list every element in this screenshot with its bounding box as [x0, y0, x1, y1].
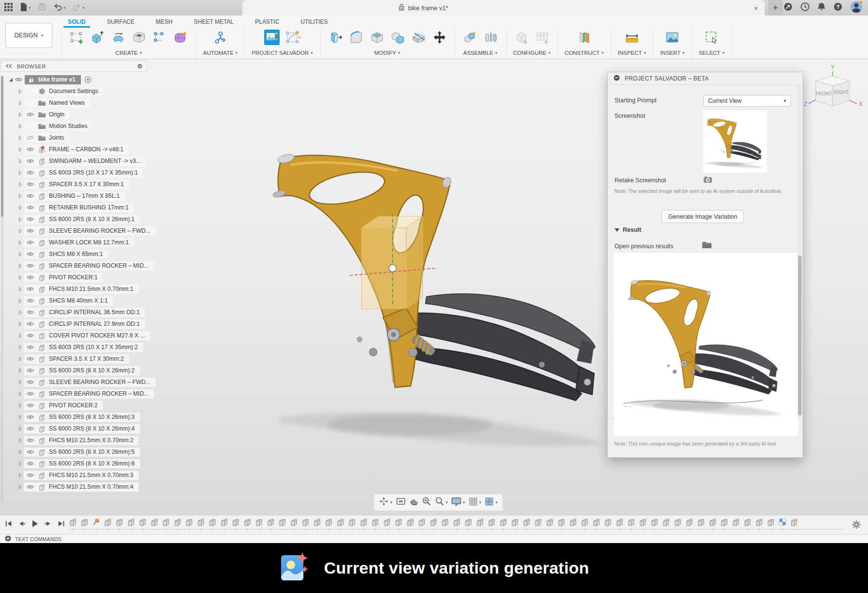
timeline-feature-plain[interactable] — [488, 518, 496, 532]
collapse-panel-icon[interactable] — [5, 64, 13, 69]
timeline-feature-sparkle[interactable] — [615, 518, 624, 532]
expander-icon[interactable] — [16, 228, 24, 234]
expander-icon[interactable] — [16, 321, 24, 327]
expander-icon[interactable] — [16, 89, 24, 94]
folder-icon[interactable] — [702, 241, 712, 251]
timeline-feature-plain[interactable] — [301, 518, 310, 532]
timeline-feature-sparkle[interactable] — [453, 518, 461, 532]
look-at-button[interactable] — [396, 497, 406, 508]
timeline-feature-sparkle[interactable] — [174, 518, 182, 532]
eye-icon[interactable] — [26, 368, 35, 373]
browser-tree-row[interactable]: SS 6000 2RS (8 X 10 X 26mm):6 — [0, 458, 147, 469]
expander-icon[interactable] — [16, 426, 24, 432]
timeline-feature-plain[interactable] — [348, 518, 356, 532]
viewports-button[interactable]: ▾ — [485, 497, 498, 508]
timeline-feature-plain[interactable] — [232, 518, 240, 532]
timeline-feature-plain[interactable] — [208, 518, 217, 532]
eye-icon[interactable] — [14, 77, 23, 82]
step-back-button[interactable] — [18, 520, 26, 527]
generate-image-variation-button[interactable]: Generate Image Variation — [662, 210, 744, 223]
eye-icon[interactable] — [26, 414, 35, 420]
browser-tree-row[interactable]: FHCS M10 21.5mm X 0.70mm:2 — [0, 434, 147, 446]
browser-tree-row[interactable]: SPACER 3.5 X 17 X 30mm:1 — [0, 178, 147, 190]
file-new-button[interactable]: ▾ — [20, 2, 31, 14]
timeline-feature-plain[interactable] — [743, 518, 752, 532]
skip-start-button[interactable] — [5, 520, 13, 527]
timeline-feature-sparkle[interactable] — [69, 518, 77, 532]
eye-icon[interactable] — [26, 321, 35, 327]
expander-icon[interactable] — [16, 333, 24, 338]
panel-header[interactable]: PROJECT SALVADOR – BETA — [608, 72, 803, 85]
timeline-feature-plain[interactable] — [395, 518, 403, 532]
timeline-feature-sparkle[interactable] — [732, 518, 740, 532]
eye-icon[interactable] — [26, 402, 35, 408]
eye-icon[interactable] — [26, 449, 35, 455]
browser-tree-row[interactable]: Document Settings — [0, 85, 147, 97]
eye-icon[interactable] — [26, 228, 35, 234]
expander-icon[interactable] — [16, 287, 24, 292]
expander-icon[interactable] — [16, 170, 24, 176]
browser-tree-row[interactable]: FRAME – CARBON -> v48:1 — [0, 144, 147, 155]
timeline-feature-sparkle[interactable] — [220, 518, 228, 532]
root-expander-icon[interactable] — [7, 77, 14, 82]
fit-button[interactable]: ▾ — [435, 497, 448, 508]
expander-icon[interactable] — [16, 263, 24, 269]
group-label-create[interactable]: CREATE▾ — [115, 48, 142, 57]
browser-tree-row[interactable]: Motion Studies — [0, 120, 147, 132]
browser-tree-row[interactable]: SS 6000 2RS (8 X 10 X 26mm):3 — [0, 411, 147, 423]
timeline-feature-sparkle[interactable] — [685, 518, 694, 532]
browser-tree-row[interactable]: PIVOT ROCKER:1 — [0, 272, 147, 283]
timeline-feature-plain[interactable] — [604, 518, 612, 532]
expander-icon[interactable] — [16, 182, 24, 187]
expander-icon[interactable] — [16, 438, 24, 443]
expander-icon[interactable] — [16, 205, 24, 210]
eye-icon[interactable] — [26, 205, 35, 210]
timeline-feature-sparkle[interactable] — [755, 518, 763, 532]
text-commands-toggle-icon[interactable] — [5, 535, 11, 543]
browser-tree-row[interactable]: Origin — [0, 109, 147, 120]
browser-tree-row[interactable]: CIRCLIP INTERNAL 27.9mm OD:1 — [0, 318, 147, 330]
browser-header[interactable]: BROWSER — [0, 61, 147, 72]
timeline-feature-sparkle[interactable] — [104, 518, 112, 532]
expander-icon[interactable] — [16, 147, 24, 152]
timeline-feature-plain[interactable] — [674, 518, 682, 532]
eye-icon[interactable] — [26, 379, 35, 385]
skip-end-button[interactable] — [57, 520, 65, 527]
expander-icon[interactable] — [16, 252, 24, 257]
browser-root-row[interactable]: bike frame v1 — [0, 74, 147, 85]
browser-tree-row[interactable]: Joints — [0, 132, 147, 144]
timeline-feature-plain[interactable] — [511, 518, 519, 532]
new-component-tool-button[interactable] — [462, 30, 478, 47]
expander-icon[interactable] — [16, 217, 24, 222]
split-tool-button[interactable] — [410, 30, 427, 47]
timeline-feature-sparkle[interactable] — [313, 518, 321, 532]
timeline-feature-sparkle[interactable] — [569, 518, 577, 532]
expander-icon[interactable] — [16, 484, 24, 490]
help-icon[interactable]: ? — [833, 2, 843, 14]
measure-tool-button[interactable] — [624, 30, 640, 47]
rectangle-pattern-tool-button[interactable] — [152, 30, 168, 47]
timeline-feature-sparkle[interactable] — [429, 518, 438, 532]
expander-icon[interactable] — [16, 275, 24, 280]
browser-tree-row[interactable]: SLEEVE BEARING ROCKER – FWD... — [0, 225, 147, 237]
eye-off-icon[interactable] — [26, 135, 35, 141]
timeline-feature-plain[interactable] — [534, 518, 542, 532]
timeline-feature-sparkle[interactable] — [592, 518, 600, 532]
document-tab[interactable]: bike frame v1* × — [242, 0, 765, 16]
expander-icon[interactable] — [16, 100, 24, 106]
viewcube[interactable]: Y FRONT RIGHT Z X — [802, 63, 865, 119]
ribbon-tab-solid[interactable]: SOLID — [61, 16, 93, 28]
timeline-feature-sparkle[interactable] — [406, 518, 414, 532]
timeline-feature-plain[interactable] — [697, 518, 705, 532]
browser-tree-row[interactable]: SS 6000 2RS (8 X 10 X 26mm):5 — [0, 446, 147, 458]
eye-icon[interactable] — [26, 274, 35, 280]
browser-tree-row[interactable]: FHCS M10 21.5mm X 0.70mm:3 — [0, 469, 147, 481]
browser-tree-row[interactable]: SPACER BEARING ROCKER – MID... — [0, 388, 147, 400]
select-window-tool-button[interactable] — [703, 30, 720, 47]
timeline-feature-sparkle[interactable] — [522, 518, 531, 532]
combine-tool-button[interactable] — [390, 30, 406, 47]
play-button[interactable] — [31, 520, 39, 528]
timeline-feature-sparkle[interactable] — [336, 518, 345, 532]
timeline-feature-plain[interactable] — [581, 518, 589, 532]
browser-tree-row[interactable]: SWINGARM – WELDMENT -> v3... — [0, 155, 147, 167]
